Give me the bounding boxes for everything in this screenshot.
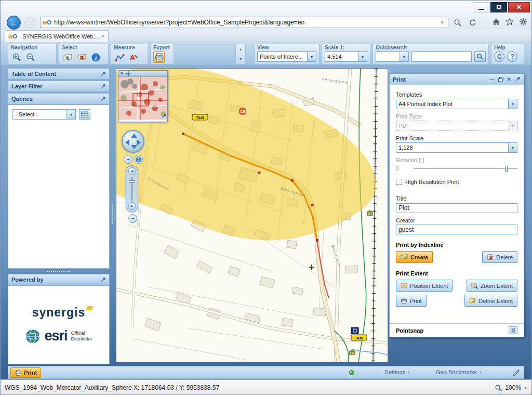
pointsnap-section[interactable]: Pointsnap <box>390 323 524 337</box>
pan-east-icon[interactable] <box>137 139 141 146</box>
pan-west-icon[interactable] <box>125 139 129 146</box>
templates-caret[interactable]: ▼ <box>508 99 517 109</box>
print-scale-value: 1,128 <box>396 143 508 152</box>
sidebar-item-powered-by[interactable]: Powered by <box>8 274 110 285</box>
browser-forward-button[interactable]: → <box>24 17 35 28</box>
create-button[interactable]: Create <box>396 251 433 263</box>
pan-north-icon[interactable] <box>131 134 137 138</box>
esri-distributor-label: OfficialDistributor <box>71 331 92 342</box>
panel-restore-button[interactable] <box>498 77 503 82</box>
map-canvas[interactable]: Kirchgasse Dammgasse Feilergasse Marktga… <box>116 68 388 362</box>
query-select-caret[interactable]: ▼ <box>66 110 75 119</box>
sidebar-item-layer-filter[interactable]: Layer Filter <box>8 81 110 92</box>
settings-menu[interactable]: Settings▼ <box>384 369 410 375</box>
full-extent-button[interactable] <box>134 155 143 164</box>
identify-button[interactable]: i <box>90 51 101 63</box>
bottom-bar: Print Settings▼ Geo Bookmarks▼ <box>8 366 524 379</box>
panel-close-button[interactable]: ✕ <box>507 76 511 82</box>
quicksearch-category-dropdown[interactable]: ▼ <box>376 51 409 62</box>
overview-close-icon[interactable]: ✕ <box>120 72 124 76</box>
favorites-button[interactable] <box>506 18 514 26</box>
geo-bookmarks-menu[interactable]: Geo Bookmarks▼ <box>436 369 482 375</box>
print-button[interactable]: Print <box>396 295 427 307</box>
contact-button[interactable]: C <box>494 51 504 62</box>
templates-dropdown[interactable]: A4 Portrait Index Plot ▼ <box>396 99 517 109</box>
url-field[interactable]: wO http://w-ws-wintner/WebOffice/synserv… <box>40 17 448 28</box>
overview-map[interactable]: ✕ <box>118 70 168 122</box>
view-dropdown[interactable]: Points of Intere... ▼ <box>257 51 316 62</box>
measure-button[interactable] <box>114 51 125 63</box>
history-back-button[interactable]: ◄ <box>128 167 136 175</box>
define-extent-button[interactable]: Define Extent <box>464 295 517 307</box>
query-table-button[interactable] <box>79 109 90 120</box>
quicksearch-input[interactable] <box>411 51 472 62</box>
pencil-icon <box>512 368 521 377</box>
zoom-slider[interactable] <box>128 177 136 201</box>
close-window-button[interactable]: ✕ <box>508 2 530 12</box>
tab-close-icon[interactable]: ✕ <box>101 34 105 39</box>
toolbar-collapse-control[interactable]: ▲ ▼ <box>235 44 246 64</box>
zoom-slider-handle[interactable] <box>129 180 135 183</box>
print-tool-button[interactable] <box>153 51 165 63</box>
query-select-dropdown[interactable]: - Select - ▼ <box>12 109 76 120</box>
zoom-out-button[interactable] <box>25 51 36 63</box>
browser-tab[interactable]: wO SYNERGIS WebOffice Web... ✕ <box>5 30 109 42</box>
pan-compass[interactable] <box>122 130 144 153</box>
zoom-out-map-button[interactable]: − <box>128 214 137 223</box>
printer-icon <box>154 52 164 62</box>
scale-dropdown-caret[interactable]: ▼ <box>358 52 367 61</box>
high-resolution-checkbox[interactable] <box>396 179 402 185</box>
sidebar-item-table-of-content[interactable]: Table of Content <box>8 68 110 80</box>
move-icon[interactable] <box>126 71 131 76</box>
print-scale-caret[interactable]: ▼ <box>508 143 517 152</box>
add-label-button[interactable]: A <box>128 51 139 63</box>
minimize-button[interactable] <box>473 2 489 12</box>
quicksearch-button[interactable] <box>474 51 486 62</box>
view-dropdown-caret[interactable]: ▼ <box>307 52 316 61</box>
creator-label: Creator <box>396 217 517 223</box>
title-input[interactable] <box>396 203 517 213</box>
zoom-in-icon <box>12 52 22 62</box>
delete-button[interactable]: Delete <box>482 251 517 263</box>
home-button[interactable] <box>492 18 500 26</box>
panel-minimize-button[interactable]: — <box>490 77 495 82</box>
toolbar-group-measure: Measure A <box>111 44 148 64</box>
info-icon: i <box>91 52 101 62</box>
print-task-tab[interactable]: Print <box>10 367 41 378</box>
expand-section-button[interactable] <box>509 326 517 334</box>
pin-icon[interactable] <box>515 76 521 82</box>
zoom-in-button[interactable] <box>11 51 22 63</box>
map-splitter[interactable] <box>112 204 113 224</box>
history-forward-button[interactable]: ► <box>128 202 136 210</box>
text-label-icon: A <box>129 52 139 62</box>
zoom-in-map-button[interactable]: + <box>124 155 132 164</box>
maximize-button[interactable] <box>490 2 507 12</box>
rotation-value: 0 <box>396 165 414 172</box>
print-panel-header[interactable]: Print — ✕ <box>390 74 524 85</box>
caret-down-icon: ▼ <box>524 386 527 390</box>
pan-south-icon[interactable] <box>131 145 137 149</box>
address-search-button[interactable] <box>451 18 464 28</box>
creator-input[interactable] <box>396 225 517 234</box>
sidebar-item-queries[interactable]: Queries <box>8 93 110 104</box>
settings-menu-button[interactable] <box>519 18 527 26</box>
print-scale-dropdown[interactable]: 1,128 ▼ <box>396 142 517 153</box>
scale-dropdown[interactable]: 4,514 ▼ <box>325 51 367 62</box>
minus-icon: − <box>131 216 134 221</box>
url-dropdown-caret[interactable]: ▼ <box>438 20 446 25</box>
quicksearch-category-caret[interactable]: ▼ <box>400 52 408 61</box>
print-scale-label: Print Scale <box>396 135 517 141</box>
print-panel-title: Print <box>393 76 486 83</box>
overview-pin[interactable] <box>161 112 167 121</box>
clear-selection-button[interactable] <box>76 51 87 63</box>
sidebar-splitter[interactable] <box>8 269 110 274</box>
zoom-extent-button[interactable]: Zoom Extent <box>467 280 517 292</box>
browser-zoom-control[interactable]: 100% ▼ <box>489 383 527 393</box>
refresh-button[interactable] <box>466 18 478 28</box>
position-extent-button[interactable]: Position Extent <box>396 280 453 292</box>
browser-back-button[interactable]: ← <box>7 16 21 30</box>
redlining-button[interactable] <box>512 368 521 379</box>
print-panel-body: Templates A4 Portrait Index Plot ▼ Print… <box>390 85 524 337</box>
help-button[interactable]: ? <box>507 51 517 62</box>
select-features-button[interactable] <box>62 51 73 63</box>
